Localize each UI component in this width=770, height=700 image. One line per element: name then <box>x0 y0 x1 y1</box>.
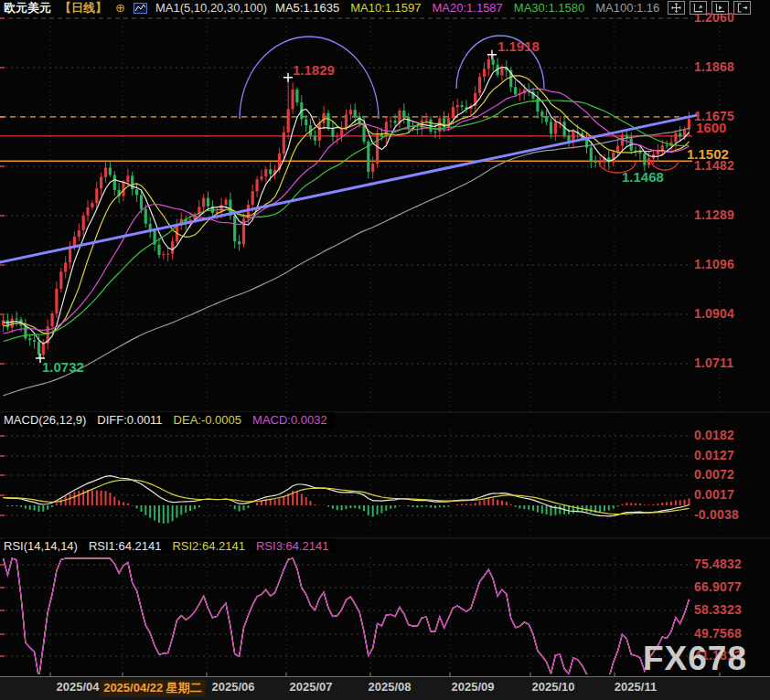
macd-value: DIFF:0.0011 <box>97 413 162 427</box>
period-label[interactable]: 【日线】 <box>59 0 107 16</box>
rsi-values: RSI1:64.2141RSI2:64.2141RSI3:64.2141 <box>89 539 329 553</box>
circle-plus-icon[interactable]: ⊕ <box>115 2 125 14</box>
time-labels: 2025/042025/04/22 星期二2025/062025/072025/… <box>0 677 770 700</box>
macd-panel-header: MACD(26,12,9) DIFF:0.0011DEA:-0.0005MACD… <box>4 412 335 428</box>
axis-zoom-icon[interactable] <box>690 1 707 15</box>
rsi-title: RSI(14,14,14) <box>4 539 78 553</box>
chart-annotation: 1.1468 <box>622 169 664 185</box>
time-axis-bar: 2025/042025/04/22 星期二2025/062025/072025/… <box>0 676 770 700</box>
ma-value: MA5:1.1635 <box>275 1 339 15</box>
ma-settings-label: MA1(5,10,20,30,100) <box>155 1 267 15</box>
chart-toolbar <box>668 1 751 15</box>
rsi-axis-label: 75.4832 <box>694 557 742 571</box>
ma-value: MA30:1.1580 <box>514 1 584 15</box>
chart-annotation: 1.0732 <box>42 359 84 375</box>
chart-annotation: 1.1918 <box>497 38 540 54</box>
axis-play-icon[interactable] <box>711 1 729 15</box>
pan-icon[interactable] <box>668 1 685 15</box>
chart-header: 欧元美元 【日线】 ⊕ MA1(5,10,20,30,100) MA5:1.16… <box>0 0 770 16</box>
rsi-value: RSI3:64.2141 <box>256 539 329 553</box>
trading-chart-window: 欧元美元 【日线】 ⊕ MA1(5,10,20,30,100) MA5:1.16… <box>0 0 770 700</box>
time-axis-label: 2025/11 <box>615 680 657 694</box>
pop-out-icon[interactable] <box>733 1 751 15</box>
ma-value: MA20:1.1587 <box>433 1 503 15</box>
time-axis-label: 2025/04 <box>57 680 100 694</box>
chart-annotation: 1.1829 <box>293 62 335 78</box>
time-axis-label: 2025/09 <box>452 680 495 694</box>
macd-values: DIFF:0.0011DEA:-0.0005MACD:0.0032 <box>97 413 326 427</box>
rsi-panel-header: RSI(14,14,14) RSI1:64.2141RSI2:64.2141RS… <box>4 538 336 554</box>
ma-value: MA100:1.16 <box>595 1 659 15</box>
symbol-title: 欧元美元 <box>4 0 51 16</box>
time-axis-label: 2025/10 <box>532 680 575 694</box>
ma-values: MA5:1.1635MA10:1.1597MA20:1.1587MA30:1.1… <box>275 1 659 15</box>
chart-style-icon[interactable] <box>134 3 147 14</box>
time-axis-label: 2025/07 <box>290 680 333 694</box>
chart-canvas[interactable] <box>0 0 770 700</box>
rsi-axis-label: 58.3323 <box>694 602 742 617</box>
rsi-value: RSI2:64.2141 <box>172 539 245 553</box>
rsi-axis-label: 49.7568 <box>694 626 742 641</box>
time-axis-label: 2025/06 <box>212 680 255 694</box>
macd-value: MACD:0.0032 <box>252 413 327 427</box>
crosshair-date-label: 2025/04/22 星期二 <box>100 680 206 696</box>
rsi-axis: 75.483266.907758.332349.756841.1813 <box>694 0 770 700</box>
rsi-axis-label: 66.9077 <box>694 579 742 594</box>
macd-value: DEA:-0.0005 <box>174 413 241 427</box>
watermark: FX678 <box>643 640 747 678</box>
ma-value: MA10:1.1597 <box>350 1 421 15</box>
macd-title: MACD(26,12,9) <box>4 413 86 427</box>
time-axis-label: 2025/08 <box>369 680 412 694</box>
rsi-value: RSI1:64.2141 <box>89 539 162 553</box>
